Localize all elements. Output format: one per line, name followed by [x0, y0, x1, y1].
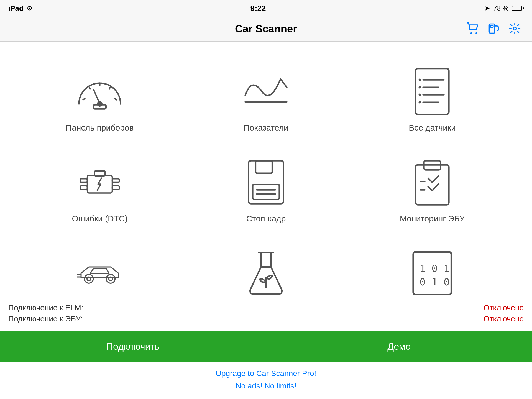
dtc-item[interactable]: Ошибки (DTC): [17, 144, 183, 234]
svg-rect-14: [416, 69, 449, 114]
svg-line-8: [83, 99, 85, 100]
promo-line1: Upgrage to Car Scanner Pro!: [0, 367, 532, 380]
list-doc-icon: [407, 66, 457, 116]
engine-icon: [75, 157, 125, 207]
svg-point-22: [419, 101, 421, 104]
speedometer-icon: [75, 66, 125, 116]
sensors-item[interactable]: Все датчики: [349, 53, 515, 144]
svg-line-11: [109, 87, 110, 89]
svg-rect-34: [416, 165, 449, 205]
cart-button[interactable]: [467, 22, 479, 35]
ipad-label: iPad: [8, 4, 24, 13]
flask-icon: [241, 248, 291, 298]
bottom-section: Подключение к ELM: Отключено Подключение…: [0, 298, 532, 399]
svg-rect-25: [80, 186, 87, 190]
settings-button[interactable]: [509, 22, 521, 35]
status-right: ➤ 78 %: [484, 4, 524, 12]
dashboard-label: Панель приборов: [66, 123, 134, 132]
battery-icon: [512, 6, 524, 11]
binary-icon: 1 0 1 0 1 0: [407, 248, 457, 298]
connection-status: Подключение к ELM: Отключено Подключение…: [0, 298, 532, 328]
svg-text:0 1 0: 0 1 0: [420, 276, 449, 288]
nav-icons: [467, 22, 521, 35]
car-race-icon: [75, 248, 125, 298]
svg-point-40: [106, 275, 115, 283]
freeze-item[interactable]: Стоп-кадр: [183, 144, 349, 234]
elm-label: Подключение к ELM:: [8, 303, 83, 312]
svg-rect-29: [249, 161, 283, 204]
svg-point-20: [419, 86, 421, 89]
status-left: iPad ⊙: [8, 4, 32, 13]
svg-text:1 0 1: 1 0 1: [420, 263, 449, 274]
location-icon: ➤: [484, 4, 490, 12]
svg-rect-3: [491, 25, 493, 27]
svg-rect-27: [112, 186, 119, 190]
svg-point-21: [419, 94, 421, 96]
fuel-icon: [488, 22, 500, 35]
svg-point-7: [98, 102, 102, 106]
main-content: Панель приборов Показатели: [0, 42, 532, 336]
svg-rect-26: [112, 179, 119, 182]
floppy-icon: [241, 157, 291, 207]
status-time: 9:22: [250, 4, 266, 13]
svg-point-38: [85, 275, 93, 283]
svg-point-0: [470, 32, 472, 34]
nav-title: Car Scanner: [235, 23, 297, 35]
ecu-label: Подключение к ЭБУ:: [8, 314, 83, 323]
dtc-label: Ошибки (DTC): [72, 214, 127, 223]
elm-row: Подключение к ELM: Отключено: [8, 303, 524, 312]
svg-rect-24: [80, 179, 87, 182]
svg-rect-30: [256, 161, 272, 173]
svg-point-19: [419, 79, 421, 81]
sensors-label: Все датчики: [409, 123, 456, 132]
menu-grid: Панель приборов Показатели: [17, 53, 515, 325]
wave-icon: [241, 66, 291, 116]
gauges-item[interactable]: Показатели: [183, 53, 349, 144]
battery-pct: 78 %: [493, 4, 508, 12]
connect-button[interactable]: Подключить: [0, 331, 266, 362]
svg-rect-31: [253, 185, 279, 200]
elm-value: Отключено: [484, 303, 524, 312]
promo-line2: No ads! No limits!: [0, 380, 532, 392]
promo-text[interactable]: Upgrage to Car Scanner Pro! No ads! No l…: [0, 362, 532, 399]
gear-icon: [509, 22, 521, 35]
demo-button[interactable]: Демо: [266, 331, 532, 362]
svg-point-1: [475, 32, 477, 34]
fuel-button[interactable]: [488, 22, 500, 35]
clipboard-check-icon: [407, 157, 457, 207]
status-bar: iPad ⊙ 9:22 ➤ 78 %: [0, 0, 532, 17]
gauges-label: Показатели: [244, 123, 288, 132]
ecu-row: Подключение к ЭБУ: Отключено: [8, 314, 524, 323]
wifi-icon: ⊙: [27, 5, 32, 12]
action-buttons: Подключить Демо: [0, 331, 532, 362]
freeze-label: Стоп-кадр: [246, 214, 286, 223]
svg-line-12: [115, 99, 116, 100]
svg-line-9: [89, 87, 90, 89]
ecu-value: Отключено: [484, 314, 524, 323]
ecu-label: Мониторинг ЭБУ: [400, 214, 465, 223]
cart-icon: [467, 22, 479, 35]
dashboard-item[interactable]: Панель приборов: [17, 53, 183, 144]
svg-point-4: [513, 27, 516, 30]
nav-bar: Car Scanner: [0, 17, 532, 42]
ecu-item[interactable]: Мониторинг ЭБУ: [349, 144, 515, 234]
